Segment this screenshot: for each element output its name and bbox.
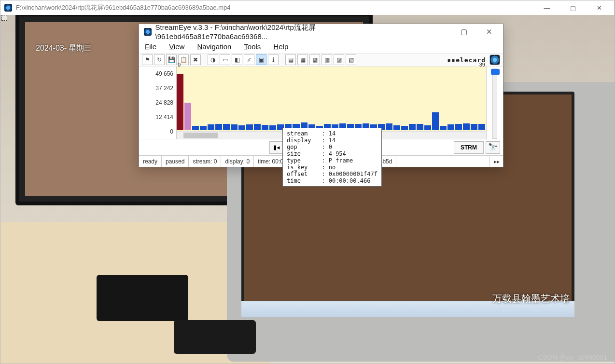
status-paused: paused	[162, 156, 189, 167]
chart-bar[interactable]	[208, 124, 214, 130]
close-button[interactable]: ✕	[588, 0, 610, 15]
brand-eye-icon	[489, 54, 500, 65]
menu-file[interactable]: File	[144, 41, 157, 52]
chart-bar[interactable]	[386, 123, 392, 130]
chart-bar[interactable]	[447, 124, 454, 130]
streameye-title: StreamEye v.3.3 - F:\xinchan\work\2024\r…	[155, 23, 420, 40]
step-prev-button[interactable]: ▮◂	[269, 141, 284, 154]
menu-view[interactable]: View	[168, 41, 185, 52]
chart-bar[interactable]	[246, 124, 253, 130]
chart-bar[interactable]	[478, 124, 485, 130]
chart-bar[interactable]	[200, 126, 207, 130]
se-maximize-button[interactable]: ▢	[453, 25, 475, 39]
chart-bar[interactable]	[401, 126, 408, 130]
tool-view-a[interactable]: ▭	[220, 54, 230, 65]
tool-info[interactable]: ℹ	[268, 54, 279, 65]
chart-bar[interactable]	[223, 124, 230, 130]
ytick: 24 828	[155, 99, 173, 106]
chart-bar[interactable]	[192, 126, 199, 130]
status-ready: ready	[139, 156, 162, 167]
tool-view-b[interactable]: ◧	[232, 54, 242, 65]
chart-bar[interactable]	[238, 125, 245, 130]
chart-bar[interactable]	[184, 103, 191, 130]
streameye-icon	[144, 28, 152, 36]
x-right: 39	[479, 62, 485, 67]
chart-h-scrollthumb[interactable]	[183, 133, 218, 138]
menu-help[interactable]: Help	[272, 41, 289, 52]
chart-bar[interactable]	[177, 74, 183, 130]
tool-grid-selected[interactable]: ▣	[256, 54, 266, 65]
ytick: 12 414	[155, 114, 173, 121]
menu-bar[interactable]: File View Navigation Tools Help	[139, 40, 503, 53]
tool-panel-4[interactable]: ▥	[321, 54, 332, 65]
streameye-titlebar[interactable]: StreamEye v.3.3 - F:\xinchan\work\2024\r…	[139, 24, 503, 40]
chart-bar[interactable]	[463, 123, 470, 130]
chart-bar[interactable]	[471, 124, 477, 130]
status-stream: stream: 0	[189, 156, 221, 167]
tool-save[interactable]: 💾	[166, 54, 177, 65]
chart-bar[interactable]	[440, 126, 447, 130]
frame-tooltip: stream : 14 display : 14 gop : 0 size : …	[282, 128, 382, 187]
chart-zoom-slider[interactable]	[487, 67, 503, 139]
tool-panel-1[interactable]: ▤	[285, 54, 296, 65]
tool-globe[interactable]: ◑	[208, 54, 218, 65]
zoom-thumb[interactable]	[491, 69, 500, 75]
status-display: display: 0	[221, 156, 254, 167]
chart-bar[interactable]	[432, 112, 439, 130]
media-player-title: F:\xinchan\work\2024\rtp流花屏\961ebd465a81…	[16, 3, 231, 12]
tool-panel-5[interactable]: ▨	[334, 54, 344, 65]
menu-navigation[interactable]: Navigation	[196, 41, 232, 52]
selection-marquee	[1, 15, 7, 21]
se-close-button[interactable]: ✕	[478, 25, 500, 39]
csdn-watermark: CSDN @qq_38998001	[538, 353, 607, 361]
ytick: 0	[170, 128, 173, 135]
chart-y-axis: 49 656 37 242 24 828 12 414 0	[139, 67, 177, 139]
tool-delete[interactable]: ✖	[190, 54, 201, 65]
media-player-titlebar[interactable]: F:\xinchan\work\2024\rtp流花屏\961ebd465a81…	[0, 0, 614, 15]
app-icon	[4, 4, 12, 12]
tool-panel-6[interactable]: ▧	[346, 54, 356, 65]
se-minimize-button[interactable]: —	[428, 25, 449, 39]
chart-bar[interactable]	[231, 124, 238, 130]
toolbar: ⚑ ↻ 💾 📋 ✖ ◑ ▭ ◧ ⫽ ▣ ℹ ▤ ▦ ▩ ▥ ▨ ▧ ▪▪elec…	[139, 53, 503, 67]
maximize-button[interactable]: ▢	[562, 0, 584, 15]
tool-panel-3[interactable]: ▩	[309, 54, 320, 65]
x-left: 0	[178, 62, 181, 67]
chart-bar[interactable]	[269, 125, 276, 130]
chart-bar[interactable]	[409, 124, 416, 130]
chart-bar[interactable]	[417, 124, 423, 130]
tool-reload[interactable]: ↻	[154, 54, 165, 65]
chart-bar[interactable]	[254, 124, 261, 130]
chart-bar[interactable]	[262, 125, 268, 130]
chart-bar[interactable]	[215, 124, 222, 130]
find-button[interactable]: 🔭	[486, 141, 500, 154]
tool-open[interactable]: ⚑	[142, 54, 153, 65]
chart-bar[interactable]	[393, 125, 400, 130]
chart-bar[interactable]	[455, 124, 462, 130]
menu-tools[interactable]: Tools	[243, 41, 262, 52]
chart-bar[interactable]	[424, 125, 431, 130]
strm-button[interactable]: STRM	[454, 141, 484, 154]
tool-panel-2[interactable]: ▦	[297, 54, 308, 65]
status-forward-button[interactable]: ▸▸	[489, 156, 503, 167]
tool-chart[interactable]: ⫽	[244, 54, 254, 65]
minimize-button[interactable]: —	[536, 0, 558, 15]
ytick: 37 242	[155, 85, 173, 92]
ytick: 49 656	[155, 70, 173, 77]
